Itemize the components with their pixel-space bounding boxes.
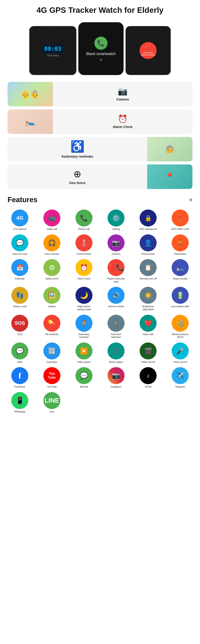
watch-3: ❤️ Heart RateBlood Pressure	[126, 26, 171, 75]
watch-1: 08:03 GPS Active	[29, 26, 76, 75]
icon-label: Thermometer	[76, 252, 91, 256]
icon-label: Reject unknown calls	[106, 277, 126, 283]
icon-item-night-power-saving-mode: 🌙Night power saving mode	[70, 287, 98, 311]
features-title: Features	[8, 196, 37, 204]
icon-label: Night power saving mode	[74, 305, 94, 311]
icon-label: Pill reminder	[45, 333, 59, 336]
alarm-icon: ⏰	[118, 114, 128, 124]
geo-icon: ⊕	[74, 168, 81, 180]
icon-label: Low battery alert	[171, 305, 189, 308]
icon-item-brightness-adjustable: ☀️Brightness adjustable	[134, 287, 162, 311]
icon-item-remote-turn-off: 📋Remote turn off	[134, 259, 162, 283]
icon-item-camera: 📷Camera	[102, 234, 130, 256]
icon-label: Calendar	[15, 277, 25, 280]
icon-label: Pedometer	[174, 252, 186, 256]
icon-item-phone-book: 👤Phone book	[134, 234, 162, 256]
phone-button: 📞	[94, 36, 108, 50]
icon-item-facebook: fFacebook	[6, 367, 34, 388]
icon-label: Intercom chat	[12, 252, 27, 256]
watch-images-section: 08:03 GPS Active 📞 Black smartwatch ❤️ H…	[0, 18, 200, 79]
menu-icon[interactable]: ≡	[190, 197, 192, 203]
sedentary-card-image: 🧓	[147, 137, 192, 162]
alarm-card: 🛌 ⏰ Alarm Clock	[8, 110, 192, 134]
icon-label: Instagram	[110, 385, 122, 388]
icon-label: Video call	[46, 228, 57, 231]
icon-item-wechat: 💬Wechat	[70, 367, 98, 388]
page-title: 4G GPS Tracker Watch for Elderly	[0, 0, 200, 18]
icon-label: YouTube	[47, 385, 56, 388]
icon-label: Camera	[112, 252, 120, 256]
icon-label: Blood pressure SPO2	[171, 333, 190, 339]
icon-item-history-route: 👣History route	[6, 287, 34, 311]
sedentary-card-content: ♿ Sedentary reminder	[8, 140, 147, 158]
icon-label: Phone call	[78, 228, 90, 231]
heart-rate-display: ❤️ Heart RateBlood Pressure	[140, 42, 156, 59]
icon-item-blood-pressure-spo2: 🩺Blood pressure SPO2	[166, 315, 194, 339]
watch-2: 📞 Black smartwatch	[78, 22, 124, 75]
icon-label: Facebook	[14, 385, 25, 388]
icon-item-ip67-waterproof: 🔒IP67 waterproof	[134, 210, 162, 231]
icon-label: Video player	[77, 360, 91, 364]
icon-item-whatsapp: 📱Whatsapp	[6, 392, 34, 413]
icon-label: IP67 waterproof	[140, 228, 157, 231]
camera-icon: 📷	[118, 87, 128, 96]
icon-item-pill-reminder: 💊Pill reminder	[38, 315, 66, 339]
icon-item-gps+wifi+lbs: 📍GPS+WIFI+LBS	[166, 210, 194, 231]
icon-label: Sedentary reminder	[74, 333, 94, 339]
icon-label: Remote turn off	[140, 277, 156, 280]
icon-label: Safety Zone	[45, 277, 58, 280]
icon-label: Heart rate	[143, 333, 154, 336]
alarm-card-content: ⏰ Alarm Clock	[53, 114, 192, 129]
icon-item-volume-control: 🔊Volume control	[102, 287, 130, 311]
icon-item-intercom-chat: 💬Intercom chat	[6, 234, 34, 256]
icon-item-tiktok: ♪TikTok	[134, 367, 162, 388]
sedentary-icon: ♿	[70, 140, 84, 153]
icon-label: Calculator	[46, 360, 58, 364]
icon-label: Sleep monitor	[173, 277, 188, 280]
icon-item-sms: 💬SMS	[6, 342, 34, 364]
icon-label: Line	[50, 410, 54, 413]
icon-item-youtube: YouTubeYouTube	[38, 367, 66, 388]
icon-label: Volume control	[108, 305, 124, 308]
icon-label: History route	[13, 305, 27, 308]
icon-item-setting: ⚙️Setting	[102, 210, 130, 231]
icon-item-thermometer: 🌡️Thermometer	[70, 234, 98, 256]
icon-item-voice-record: 🎤Voice record	[166, 342, 194, 364]
camera-card-content: 📷 Camera	[53, 87, 192, 102]
icon-item-telegram: ✈️Telegram	[166, 367, 194, 388]
icon-item-lte-network: 4GLTE network	[6, 210, 34, 231]
icon-item-sedentary-reminder: 🧍Sedentary reminder	[70, 315, 98, 339]
icon-item-sos: SOSSOS	[6, 315, 34, 339]
icon-item-line: LINELine	[38, 392, 66, 413]
icon-label: Telegram	[175, 385, 185, 388]
camera-card-image: 👴👵	[8, 82, 53, 106]
icon-label: SOS	[17, 333, 22, 336]
icon-item-voice-monitor: 🎧Voice monitor	[38, 234, 66, 256]
icon-item-heart-rate: ❤️Heart rate	[134, 315, 162, 339]
camera-card: 👴👵 📷 Camera	[8, 82, 192, 106]
icon-item-music-player: 🎵Music player	[102, 342, 130, 364]
icon-item-video-player: ▶️Video player	[70, 342, 98, 364]
geo-label: Geo fence	[69, 181, 86, 185]
icon-label: Voice monitor	[44, 252, 60, 256]
sedentary-card: ♿ Sedentary reminder 🧓	[8, 137, 192, 162]
features-header: Features ≡	[0, 192, 200, 206]
geo-card-content: ⊕ Geo fence	[8, 168, 147, 185]
icon-label: Whatsapp	[14, 410, 26, 413]
geo-card: ⊕ Geo fence 📍	[8, 164, 192, 189]
icon-item-video-call: 📹Video call	[38, 210, 66, 231]
icon-item-pedometer: 🏃Pedometer	[166, 234, 194, 256]
icon-item-instagram: 📷Instagram	[102, 367, 130, 388]
icon-item-low-battery-alert: 🔋Low battery alert	[166, 287, 194, 311]
icon-item-calendar: 📅Calendar	[6, 259, 34, 283]
sedentary-label: Sedentary reminder	[61, 155, 93, 158]
icon-item-video-record: 🎬Video record	[134, 342, 162, 364]
icon-label: Wechat	[80, 385, 88, 388]
icon-item-gallery: 🖼️Gallery	[38, 287, 66, 311]
icon-label: Setting	[112, 228, 120, 231]
alarm-card-image: 🛌	[8, 110, 53, 134]
icon-label: LTE network	[13, 228, 26, 231]
icon-label: Voice record	[174, 360, 187, 364]
icon-label: Fall down detection	[106, 333, 126, 339]
camera-label: Camera	[116, 98, 129, 102]
